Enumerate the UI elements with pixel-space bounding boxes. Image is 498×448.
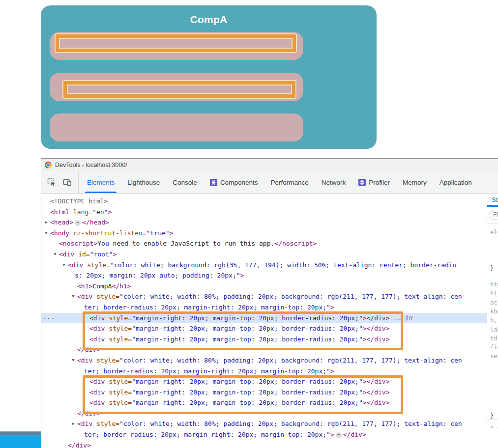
code-token: <head> <box>50 219 73 226</box>
code-token: style= <box>109 314 132 322</box>
dom-tree-node[interactable]: ter; border-radius: 20px; margin-right: … <box>41 429 487 440</box>
dom-tree-node[interactable]: ▼<body cz-shortcut-listen="true"> <box>41 228 487 239</box>
collapse-arrow-icon[interactable]: ▼ <box>70 291 76 302</box>
tab-profiler[interactable]: Profiler <box>352 171 396 193</box>
dom-tree-node-selected[interactable]: ···<div style="margin-right: 20px; margi… <box>41 313 487 324</box>
code-token: </div> <box>68 442 91 448</box>
dom-tree-node[interactable]: </div> <box>41 344 487 355</box>
code-token: "color: white; width: 80%; padding: 20px… <box>119 420 462 427</box>
style-rule-line[interactable]: sec <box>490 353 498 360</box>
devtools-tabs: ElementsLighthouseConsoleComponentsPerfo… <box>79 171 478 193</box>
tab-label: Elements <box>87 179 115 186</box>
code-token: style= <box>96 420 119 427</box>
code-token: <h1> <box>77 282 92 290</box>
code-token: "margin-right: 20px; margin-top: 20px; b… <box>132 314 363 322</box>
dom-tree-node[interactable]: ▶<head>⋯</head> <box>41 217 487 228</box>
ellipsis-expand-button[interactable]: ⋯ <box>75 220 81 226</box>
dom-tree-node[interactable]: </div> <box>41 440 487 448</box>
style-rule-line[interactable]: h1, <box>490 290 498 297</box>
code-token: ></div> <box>363 325 390 332</box>
style-rule-line[interactable]: acr <box>490 299 498 306</box>
code-token: <!DOCTYPE html> <box>50 197 108 205</box>
node-more-actions-icon[interactable]: ··· <box>42 313 55 324</box>
style-rule-line[interactable]: lab <box>490 326 498 333</box>
tab-performance[interactable]: Performance <box>264 171 315 193</box>
style-rule-line[interactable]: * { <box>490 424 498 431</box>
dom-tree-node[interactable]: </div> <box>41 408 487 419</box>
page-annotation-box-1 <box>56 34 296 52</box>
style-rule-line[interactable]: b, <box>490 317 497 324</box>
code-token: <div <box>59 251 78 258</box>
tab-elements[interactable]: Elements <box>81 171 121 193</box>
style-rule-line[interactable]: ele <box>490 229 498 236</box>
dom-tree-node[interactable]: ▼<div id="root"> <box>41 249 487 260</box>
code-token: </div> <box>77 410 100 417</box>
collapse-arrow-icon[interactable]: ▼ <box>70 355 76 366</box>
dom-tree-node[interactable]: ter; border-radius: 20px; margin-right: … <box>41 366 487 377</box>
tab-styles[interactable]: St <box>492 196 498 203</box>
dom-tree-node[interactable]: ▼<div style="color: white; background: r… <box>41 260 487 271</box>
dom-tree-node[interactable]: ▼<div style="color: white; width: 80%; p… <box>41 355 487 366</box>
dom-tree-node[interactable]: ▼<div style="color: white; width: 80%; p… <box>41 291 487 302</box>
dom-tree-node[interactable]: <div style="margin-right: 20px; margin-t… <box>41 397 487 408</box>
code-token: ter; border-radius: 20px; margin-right: … <box>84 431 330 438</box>
code-token: You need to enable JavaScript to run thi… <box>97 240 274 247</box>
code-token: > <box>330 431 334 438</box>
tab-network[interactable]: Network <box>315 171 352 193</box>
device-toolbar-icon[interactable] <box>63 178 72 187</box>
dom-tree-node[interactable]: <html lang="en"> <box>41 207 487 218</box>
dom-tree-node[interactable]: <div style="margin-right: 20px; margin-t… <box>41 387 487 398</box>
dom-tree-node[interactable]: s: 20px; margin: 20px auto; padding: 20p… <box>41 270 487 281</box>
dom-tree[interactable]: <!DOCTYPE html><html lang="en">▶<head>⋯<… <box>41 194 487 448</box>
tab-application[interactable]: Application <box>433 171 478 193</box>
code-token: "true" <box>146 229 170 237</box>
tab-components[interactable]: Components <box>204 171 264 193</box>
rule-separator <box>487 420 498 420</box>
collapse-arrow-icon[interactable]: ▼ <box>43 228 49 239</box>
ellipsis-expand-button[interactable]: ⋯ <box>336 432 342 438</box>
expand-arrow-icon[interactable]: ▶ <box>43 217 49 228</box>
react-devtools-icon <box>210 179 217 186</box>
tab-label: Memory <box>403 179 427 186</box>
code-token: ></div> <box>363 378 390 385</box>
page-annotation-box-2 <box>63 81 295 98</box>
toolbar-icons <box>41 171 79 193</box>
dom-tree-node[interactable]: <noscript>You need to enable JavaScript … <box>41 238 487 249</box>
dom-tree-node[interactable]: ter; border-radius: 20px; margin-right: … <box>41 302 487 313</box>
tab-memory[interactable]: Memory <box>396 171 433 193</box>
code-token: cz-shortcut-listen= <box>73 229 146 237</box>
code-token: </h1> <box>112 282 131 290</box>
tab-label: Console <box>173 179 197 186</box>
style-rule-line[interactable]: htm <box>490 281 498 288</box>
code-token: style= <box>109 399 132 406</box>
code-token: style= <box>96 293 119 300</box>
style-rule-line[interactable]: kbd <box>490 308 498 315</box>
collapse-arrow-icon[interactable]: ▼ <box>61 260 67 271</box>
dom-tree-node[interactable]: <div style="margin-right: 20px; margin-t… <box>41 323 487 334</box>
styles-filter-input[interactable]: Fil <box>490 210 498 220</box>
dom-tree-node[interactable]: <div style="margin-right: 20px; margin-t… <box>41 376 487 387</box>
dom-tree-node[interactable]: ▶<div style="color: white; width: 80%; p… <box>41 419 487 429</box>
card-bar-3 <box>50 113 303 141</box>
style-rule-line[interactable]: td, <box>490 335 498 342</box>
windows-taskbar[interactable] <box>0 430 41 448</box>
tab-lighthouse[interactable]: Lighthouse <box>121 171 166 193</box>
style-rule-line[interactable]: } <box>490 265 494 272</box>
style-rule-line[interactable]: fig <box>490 344 498 351</box>
tab-console[interactable]: Console <box>166 171 204 193</box>
code-token: id= <box>78 251 89 258</box>
styles-panel-header: St <box>487 194 498 207</box>
dom-tree-node[interactable]: <!DOCTYPE html> <box>41 196 487 207</box>
code-token: <html <box>50 208 73 216</box>
dom-tree-node[interactable]: <div style="margin-right: 20px; margin-t… <box>41 334 487 345</box>
code-token: "color: white; background: rgb(35, 177, … <box>110 261 456 269</box>
collapse-arrow-icon[interactable]: ▼ <box>52 249 58 260</box>
dom-tree-node[interactable]: <h1>CompA</h1> <box>41 281 487 292</box>
inspect-element-icon[interactable] <box>47 178 56 187</box>
style-rule-line[interactable]: } <box>490 412 494 419</box>
code-token: <div <box>68 261 87 269</box>
expand-arrow-icon[interactable]: ▶ <box>70 419 76 429</box>
devtools-titlebar[interactable]: DevTools - localhost:3000/ <box>41 159 498 171</box>
code-token: </noscript> <box>274 240 317 247</box>
chrome-icon <box>45 162 52 168</box>
